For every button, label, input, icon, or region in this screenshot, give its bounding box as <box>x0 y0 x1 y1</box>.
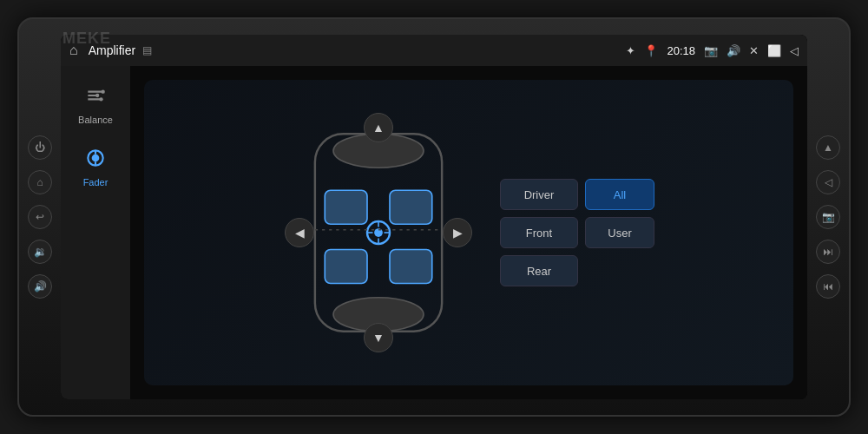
preset-buttons: Driver Front Rear <box>500 179 578 286</box>
device-outer: MEKE ⏻ ⌂ ↩ 🔉 🔊 ⌂ Amplifier ▤ ✦ 📍 20:18 📷… <box>17 17 851 417</box>
button-row: Driver Front Rear All User <box>500 179 654 286</box>
arrow-up-icon: ▲ <box>372 121 385 135</box>
rear-button[interactable]: Rear <box>500 255 578 286</box>
sidebar-item-balance[interactable]: Balance <box>78 80 113 125</box>
logo-watermark: MEKE <box>62 30 111 48</box>
svg-point-3 <box>101 90 104 94</box>
arrow-left-button[interactable]: ◀ <box>285 218 314 247</box>
home-side-button[interactable]: ⌂ <box>28 170 52 194</box>
back-side-button[interactable]: ↩ <box>28 205 52 229</box>
right-buttons: ▲ ◁ 📷 ⏭ ⏮ <box>816 135 840 299</box>
arrow-down-icon: ▼ <box>372 331 385 345</box>
user-button[interactable]: User <box>585 217 654 248</box>
sidebar: Balance Fader <box>61 66 130 399</box>
driver-button[interactable]: Driver <box>500 179 578 210</box>
status-time: 20:18 <box>667 44 695 57</box>
vol-down-button[interactable]: 🔉 <box>28 240 52 264</box>
status-bar: ⌂ Amplifier ▤ ✦ 📍 20:18 📷 🔊 ✕ ⬜ ◁ <box>61 35 807 66</box>
skip-forward-button[interactable]: ⏭ <box>816 240 840 264</box>
mode-buttons: All User <box>585 179 654 286</box>
bluetooth-icon: ✦ <box>626 44 635 57</box>
status-icons: ✦ 📍 20:18 📷 🔊 ✕ ⬜ ◁ <box>626 44 799 57</box>
nav-button[interactable]: ◁ <box>816 170 840 194</box>
main-panel: ▲ ▼ ◀ ▶ <box>130 66 807 399</box>
svg-point-7 <box>92 155 100 162</box>
svg-rect-14 <box>390 190 432 224</box>
arrow-left-icon: ◀ <box>295 226 305 240</box>
svg-point-5 <box>99 97 102 101</box>
balance-icon <box>80 80 111 111</box>
front-button[interactable]: Front <box>500 217 578 248</box>
svg-rect-16 <box>390 250 432 284</box>
camera-button[interactable]: 📷 <box>816 205 840 229</box>
right-control-panel: Driver Front Rear All User <box>500 179 654 286</box>
sidebar-item-fader[interactable]: Fader <box>80 142 111 187</box>
window-icon: ⬜ <box>767 44 781 57</box>
svg-point-4 <box>95 94 99 97</box>
vol-up-button[interactable]: 🔊 <box>28 274 52 299</box>
left-buttons: ⏻ ⌂ ↩ 🔉 🔊 <box>28 135 52 299</box>
car-illustration <box>292 120 465 345</box>
media-icon: ▤ <box>142 44 152 56</box>
svg-rect-15 <box>325 250 367 284</box>
back-icon[interactable]: ◁ <box>790 44 799 57</box>
fader-label: Fader <box>83 177 108 187</box>
screen: ⌂ Amplifier ▤ ✦ 📍 20:18 📷 🔊 ✕ ⬜ ◁ <box>61 35 807 399</box>
amplifier-container: ▲ ▼ ◀ ▶ <box>144 80 793 385</box>
close-icon[interactable]: ✕ <box>749 44 759 57</box>
skip-back-button[interactable]: ⏮ <box>816 274 840 299</box>
all-button[interactable]: All <box>585 179 654 210</box>
content: Balance Fader <box>61 66 807 399</box>
arrow-down-button[interactable]: ▼ <box>364 323 393 352</box>
arrow-right-icon: ▶ <box>453 226 463 240</box>
power-button[interactable]: ⏻ <box>28 135 52 160</box>
car-diagram: ▲ ▼ ◀ ▶ <box>283 111 474 354</box>
volume-icon: 🔊 <box>727 44 740 57</box>
arrow-right-button[interactable]: ▶ <box>443 218 472 247</box>
fader-icon <box>80 142 111 174</box>
balance-label: Balance <box>78 115 113 125</box>
nav-up-button[interactable]: ▲ <box>816 135 840 160</box>
svg-rect-13 <box>325 190 367 224</box>
camera-icon: 📷 <box>704 44 718 57</box>
arrow-up-button[interactable]: ▲ <box>364 113 393 142</box>
location-icon: 📍 <box>644 44 658 57</box>
